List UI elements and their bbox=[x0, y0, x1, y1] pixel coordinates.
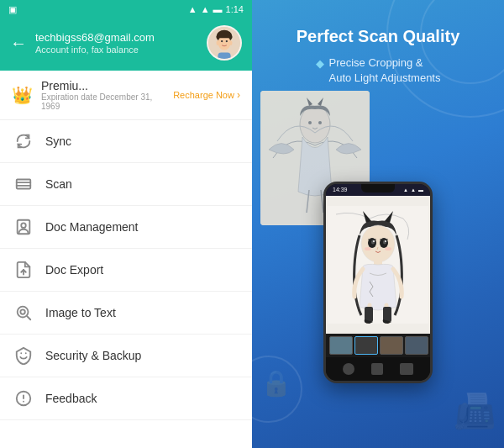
scan-label: Scan bbox=[45, 177, 72, 191]
thumbnail-3 bbox=[380, 336, 403, 355]
svg-point-23 bbox=[300, 106, 330, 143]
wifi-icon: ▲ bbox=[188, 4, 197, 14]
sync-label: Sync bbox=[45, 134, 71, 148]
bullet-diamond-icon: ◆ bbox=[316, 57, 324, 70]
security-backup-icon bbox=[13, 345, 34, 366]
back-button[interactable]: ← bbox=[10, 34, 27, 51]
svg-point-16 bbox=[20, 309, 24, 314]
feedback-label: Feedback bbox=[45, 392, 97, 405]
user-subtext: Account info, fax balance bbox=[35, 45, 155, 55]
premium-expiry: Expiration date December 31, 1969 bbox=[41, 92, 165, 111]
menu-list: Sync Scan Doc Management bbox=[0, 120, 252, 448]
svg-point-4 bbox=[226, 40, 228, 42]
premium-title: Premiu... bbox=[41, 79, 165, 92]
svg-point-12 bbox=[21, 223, 26, 228]
phone-thumbnails bbox=[326, 334, 430, 357]
doc-management-icon bbox=[13, 217, 34, 237]
svg-rect-8 bbox=[17, 180, 31, 189]
avatar[interactable] bbox=[207, 25, 242, 61]
svg-point-27 bbox=[318, 121, 322, 124]
user-email: techbigss68@gmail.com bbox=[35, 31, 155, 44]
deco-lock-icon: 🔒 bbox=[260, 368, 291, 398]
phone-battery-icon: ▬ bbox=[418, 187, 423, 192]
svg-point-5 bbox=[217, 40, 220, 45]
menu-item-doc-management[interactable]: Doc Management bbox=[0, 206, 252, 249]
scan-icon bbox=[13, 174, 34, 194]
svg-line-15 bbox=[27, 316, 30, 319]
image-to-text-icon bbox=[13, 303, 34, 323]
right-panel: Perfect Scan Quality ◆ Precise Cropping … bbox=[252, 0, 504, 448]
phone-back-icon bbox=[343, 363, 354, 375]
chevron-right-icon: › bbox=[237, 89, 240, 101]
svg-rect-40 bbox=[365, 307, 373, 322]
app-icon: ▣ bbox=[8, 4, 17, 15]
recharge-button[interactable]: Recharge Now › bbox=[173, 89, 240, 101]
sync-icon bbox=[13, 131, 34, 151]
phone-time: 14:39 bbox=[333, 187, 348, 192]
thumbnail-1 bbox=[329, 336, 353, 355]
phone-screen-main bbox=[326, 196, 430, 357]
menu-item-doc-export[interactable]: Doc Export bbox=[0, 249, 252, 292]
premium-bar[interactable]: 👑 Premiu... Expiration date December 31,… bbox=[0, 71, 252, 120]
doc-export-icon bbox=[13, 260, 34, 280]
menu-item-feedback[interactable]: Feedback bbox=[0, 377, 252, 420]
phone-bottom-bar bbox=[326, 357, 430, 381]
time-display: 1:14 bbox=[226, 4, 244, 14]
image-to-text-label: Image to Text bbox=[45, 306, 116, 319]
crown-icon: 👑 bbox=[12, 85, 33, 105]
thumbnail-4 bbox=[405, 336, 428, 355]
svg-point-39 bbox=[385, 247, 391, 250]
deco-fax-icon: 📠 bbox=[454, 392, 496, 431]
svg-point-35 bbox=[373, 240, 375, 242]
svg-point-26 bbox=[308, 121, 312, 124]
phone-wifi-icon: ▲ bbox=[411, 187, 416, 192]
svg-point-36 bbox=[385, 240, 386, 242]
svg-point-3 bbox=[221, 40, 223, 42]
svg-point-6 bbox=[229, 40, 233, 45]
header-left: ← techbigss68@gmail.com Account info, fa… bbox=[10, 31, 155, 55]
svg-point-38 bbox=[365, 247, 371, 250]
menu-item-sync[interactable]: Sync bbox=[0, 120, 252, 163]
recharge-label: Recharge Now bbox=[173, 90, 234, 100]
user-info: techbigss68@gmail.com Account info, fax … bbox=[35, 31, 155, 55]
phone-apps-icon bbox=[400, 363, 413, 375]
left-panel: ▣ ▲ ▲ ▬ 1:14 ← techbigss68@gmail.com Acc… bbox=[0, 0, 252, 448]
svg-point-14 bbox=[18, 307, 29, 318]
security-backup-label: Security & Backup bbox=[45, 349, 141, 362]
phone-screen bbox=[326, 196, 430, 357]
doc-management-label: Doc Management bbox=[45, 220, 139, 234]
phone-frame: 14:39 ▲ ▲ ▬ bbox=[323, 182, 433, 383]
menu-item-security-backup[interactable]: Security & Backup bbox=[0, 335, 252, 377]
svg-rect-7 bbox=[218, 52, 230, 59]
status-bar-right: ▲ ▲ ▬ 1:14 bbox=[188, 4, 244, 14]
feedback-icon bbox=[13, 388, 34, 408]
phone-image-area bbox=[326, 196, 430, 334]
menu-item-scan[interactable]: Scan bbox=[0, 163, 252, 206]
phone-signal-icon: ▲ bbox=[403, 187, 408, 192]
phone-home-icon bbox=[371, 363, 383, 375]
thumbnail-2 bbox=[354, 336, 378, 355]
battery-icon: ▬ bbox=[213, 4, 223, 14]
header: ← techbigss68@gmail.com Account info, fa… bbox=[0, 18, 252, 71]
phone-area: 14:39 ▲ ▲ ▬ bbox=[252, 99, 504, 448]
status-bar-left: ▣ bbox=[8, 4, 17, 15]
status-bar: ▣ ▲ ▲ ▬ 1:14 bbox=[0, 0, 252, 18]
menu-item-image-to-text[interactable]: Image to Text bbox=[0, 292, 252, 335]
signal-icon: ▲ bbox=[201, 4, 210, 14]
doc-export-label: Doc Export bbox=[45, 263, 103, 277]
phone-notch bbox=[361, 184, 395, 192]
premium-info: Premiu... Expiration date December 31, 1… bbox=[41, 79, 165, 111]
svg-point-29 bbox=[361, 225, 395, 262]
svg-rect-41 bbox=[383, 307, 391, 322]
